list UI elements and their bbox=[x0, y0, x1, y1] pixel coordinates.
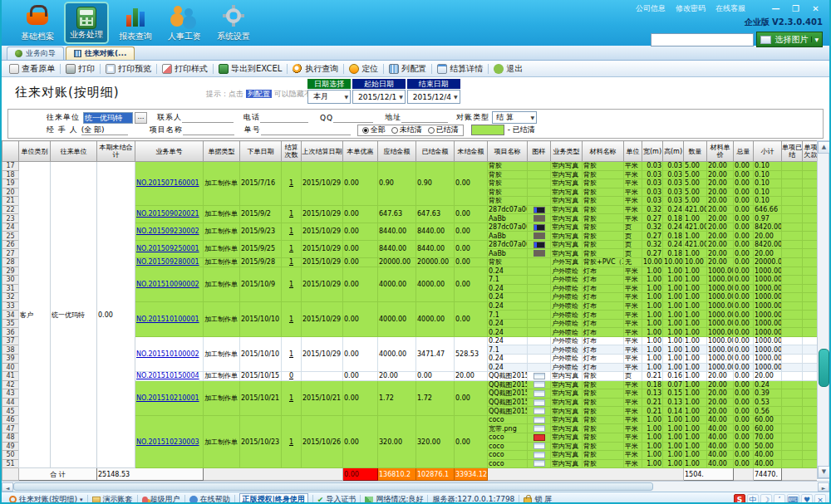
minimize-button[interactable]: — bbox=[769, 3, 783, 14]
status-label: 锁 屏 bbox=[534, 494, 552, 504]
doc-no-link[interactable]: NO.201510210001 bbox=[136, 394, 199, 402]
scroll-right-icon[interactable]: ► bbox=[818, 482, 829, 492]
ime-icon[interactable]: ⌨ bbox=[787, 494, 799, 504]
toolbar-column-config[interactable]: 列配置 bbox=[385, 61, 430, 76]
start-date-select[interactable]: 2015/12/1▼ bbox=[352, 90, 406, 104]
more-button[interactable]: … bbox=[135, 112, 147, 124]
column-config-link[interactable]: 列配置 bbox=[246, 90, 272, 98]
choose-image-button[interactable]: 选择图片 ▼ bbox=[756, 32, 823, 47]
settle-count-link[interactable]: 0 bbox=[289, 372, 293, 379]
status-super-user[interactable]: 超级用户 bbox=[138, 494, 184, 504]
settle-count-link[interactable]: 1 bbox=[289, 245, 293, 252]
row-number: 28 bbox=[2, 258, 19, 267]
horizontal-scrollbar[interactable]: ◄ ► bbox=[2, 481, 829, 492]
doc-no-link[interactable]: NO.201510100001 bbox=[136, 316, 199, 323]
menu-settings[interactable]: 系统设置 bbox=[211, 2, 256, 44]
doc-no-link[interactable]: NO.201510100002 bbox=[136, 350, 199, 358]
ime-icon[interactable]: S bbox=[734, 494, 745, 504]
ime-icon[interactable]: × bbox=[814, 494, 826, 504]
unsettled-amount-cell: 528.53 bbox=[455, 336, 488, 371]
toolbar-run-query[interactable]: 执行查询 bbox=[288, 61, 342, 76]
scroll-left-icon[interactable]: ◄ bbox=[2, 482, 13, 492]
toolbar-print-style[interactable]: 打印样式 bbox=[158, 61, 212, 76]
settle-count-cell: 1 bbox=[282, 205, 302, 223]
doc-no-link[interactable]: NO.201509250001 bbox=[136, 245, 199, 252]
ime-icon[interactable]: ♥ bbox=[801, 494, 813, 504]
menu-reports[interactable]: 报表查询 bbox=[113, 2, 158, 44]
radio-option[interactable]: 全部 bbox=[362, 125, 386, 135]
online-service-link[interactable]: 在线客服 bbox=[715, 3, 745, 14]
doc-no-link[interactable]: NO.201510230003 bbox=[136, 438, 199, 446]
doc-no-link[interactable]: NO.201509280001 bbox=[136, 258, 199, 266]
change-password-link[interactable]: 修改密码 bbox=[676, 3, 706, 14]
toolbar-exit[interactable]: 退出 bbox=[489, 61, 527, 76]
grid-area: 单位类别往来单位本期未结合计业务单号单据类型下单日期结算次数上次结算日期本单优惠… bbox=[2, 140, 829, 481]
tab-wizard[interactable]: 业务向导 bbox=[7, 46, 64, 60]
dropdown-arrow-icon[interactable]: ▼ bbox=[811, 37, 819, 42]
radio-option[interactable]: 未结清 bbox=[391, 125, 422, 135]
settle-count-link[interactable]: 1 bbox=[289, 281, 293, 288]
horizontal-scroll-thumb[interactable] bbox=[13, 482, 653, 491]
image-search-input[interactable] bbox=[651, 33, 754, 46]
status-demo-account[interactable]: 演示账套 bbox=[88, 494, 137, 504]
doc-no-link[interactable]: NO.201510090002 bbox=[136, 281, 199, 288]
project-name-cell: QQ截图20151 bbox=[488, 380, 528, 389]
maximize-button[interactable]: ❐ bbox=[789, 3, 803, 14]
scroll-up-icon[interactable]: ▲ bbox=[818, 141, 830, 154]
close-button[interactable]: ✕ bbox=[809, 3, 823, 14]
vertical-scroll-thumb[interactable] bbox=[819, 349, 829, 387]
order-date-cell: 2015/9/23 bbox=[240, 223, 282, 240]
doc-no-link[interactable]: NO.201507160001 bbox=[136, 179, 199, 187]
doc-no-link[interactable]: NO.201509020021 bbox=[136, 210, 199, 218]
vertical-scrollbar[interactable]: ▲ ▼ bbox=[817, 140, 829, 479]
menu-hr-payroll[interactable]: 人事工资 bbox=[162, 2, 207, 44]
scroll-down-icon[interactable]: ▼ bbox=[818, 466, 830, 478]
total-qty-cell: 0.00 bbox=[734, 424, 754, 433]
toolbar-locate[interactable]: 定位 bbox=[345, 61, 382, 76]
settle-count-link[interactable]: 1 bbox=[289, 350, 293, 358]
company-info-link[interactable]: 公司信息 bbox=[636, 3, 666, 14]
order-no-input[interactable] bbox=[261, 125, 351, 135]
phone-input[interactable] bbox=[260, 113, 308, 123]
date-mode-select[interactable]: 本月▼ bbox=[307, 90, 351, 104]
partner-unit-value[interactable]: 统一优玛特 bbox=[83, 112, 133, 124]
status-online-help[interactable]: 在线帮助 bbox=[185, 494, 234, 504]
settle-count-link[interactable]: 1 bbox=[289, 210, 293, 218]
settle-count-link[interactable]: 1 bbox=[289, 228, 293, 235]
doc-no-link[interactable]: NO.201510150004 bbox=[136, 372, 199, 379]
toolbar-export-excel[interactable]: 导出到EXCEL bbox=[214, 61, 286, 76]
settle-count-link[interactable]: 1 bbox=[289, 394, 293, 402]
radio-option[interactable]: 已结清 bbox=[428, 125, 459, 135]
row-number: 48 bbox=[2, 433, 19, 442]
address-input[interactable] bbox=[401, 113, 448, 123]
business-type-cell: 户外喷绘 bbox=[551, 276, 583, 285]
menu-base-archive[interactable]: 基础档案 bbox=[15, 2, 60, 44]
tab-reconcile[interactable]: 往来对账(... bbox=[66, 46, 135, 60]
status-current-view[interactable]: 往来对账(按明细)▾ bbox=[5, 494, 87, 504]
status-license: 正版授权|终身使用 bbox=[235, 493, 312, 504]
reconcile-type-select[interactable]: 结 算 ▼ bbox=[492, 111, 537, 124]
toolbar-view-original[interactable]: 查看原单 bbox=[5, 61, 59, 76]
unit-cell: 平米 bbox=[624, 424, 642, 433]
unit-cell: 页 bbox=[624, 240, 642, 249]
contact-input[interactable] bbox=[182, 113, 234, 123]
doc-no-link[interactable]: NO.201509230002 bbox=[136, 228, 199, 235]
project-name-input[interactable] bbox=[183, 125, 234, 135]
settle-count-link[interactable]: 1 bbox=[289, 258, 293, 266]
settle-count-link[interactable]: 1 bbox=[289, 316, 293, 323]
caret-icon: ▾ bbox=[80, 497, 83, 503]
settle-count-link[interactable]: 1 bbox=[289, 438, 293, 446]
ime-icon[interactable]: ’ bbox=[774, 494, 785, 504]
toolbar-print-preview[interactable]: 打印预览 bbox=[101, 61, 155, 76]
toolbar-print[interactable]: 打印 bbox=[61, 61, 99, 76]
handler-value[interactable]: (全 部) bbox=[81, 125, 128, 135]
status-import-cert[interactable]: ✔导入证书 bbox=[313, 494, 361, 504]
ime-icon[interactable]: ☽ bbox=[760, 494, 772, 504]
ime-icon[interactable]: 中 bbox=[747, 494, 759, 504]
settle-count-link[interactable]: 1 bbox=[289, 179, 293, 187]
qq-input[interactable] bbox=[333, 113, 373, 123]
menu-business[interactable]: 业务处理 bbox=[64, 2, 109, 44]
toolbar-settle-detail[interactable]: 结算详情 bbox=[433, 61, 487, 76]
status-lock-screen[interactable]: 锁 屏 bbox=[519, 494, 556, 504]
end-date-select[interactable]: 2015/12/4▼ bbox=[407, 90, 460, 104]
